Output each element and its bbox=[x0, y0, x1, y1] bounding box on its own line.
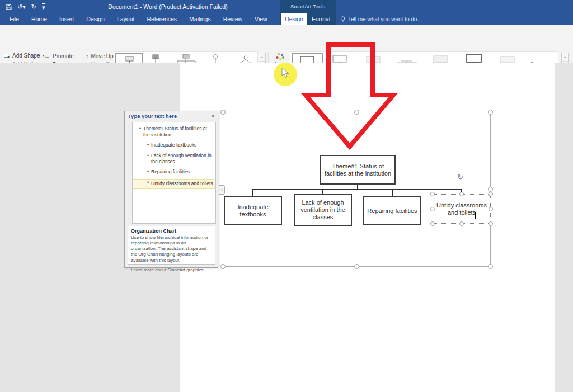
list-item[interactable]: •Repairing facilities bbox=[133, 169, 215, 175]
undo-button[interactable]: ↺▾ bbox=[17, 4, 26, 10]
selection-handle[interactable] bbox=[354, 264, 359, 269]
tab-layout[interactable]: Layout bbox=[111, 13, 141, 25]
redo-button[interactable]: ↻ bbox=[31, 4, 36, 10]
word-window: ↺▾ ↻ ▾ Document1 - Word (Product Activat… bbox=[0, 0, 573, 392]
selection-handle[interactable] bbox=[354, 110, 359, 115]
shape-handle[interactable] bbox=[489, 192, 493, 196]
text-pane-toggle-tab[interactable]: › bbox=[219, 185, 225, 195]
promote-icon: ← bbox=[44, 53, 50, 59]
selection-handle[interactable] bbox=[488, 264, 493, 269]
org-box-child-2[interactable]: Lack of enough ventilation in the classe… bbox=[294, 194, 352, 226]
add-shape-button[interactable]: Add Shape▾ bbox=[2, 52, 46, 59]
tab-design[interactable]: Design bbox=[80, 13, 111, 25]
tab-review[interactable]: Review bbox=[217, 13, 248, 25]
tab-smartart-format[interactable]: Format bbox=[308, 13, 335, 25]
learn-more-link[interactable]: Learn more about SmartArt graphics bbox=[131, 267, 203, 272]
org-box-child-3[interactable]: Repairing facilities bbox=[363, 196, 421, 225]
ribbon: Add Shape▾ Add Bullet Text Pane ← Promot… bbox=[0, 25, 573, 63]
document-canvas: › Theme#1 Status of facilities at the in… bbox=[0, 63, 573, 392]
org-box-child-4-selected[interactable]: Untidy classrooms and toilets bbox=[433, 194, 491, 224]
document-title: Document1 - Word (Product Activation Fai… bbox=[84, 0, 252, 13]
list-item-selected[interactable]: •Untidy classrooms and toilets bbox=[133, 179, 215, 188]
gallery-up-icon[interactable]: ▴ bbox=[259, 53, 265, 62]
cursor-icon bbox=[281, 68, 290, 79]
layout-info-title: Organization Chart bbox=[131, 228, 212, 234]
promote-button[interactable]: ← Promote bbox=[43, 52, 76, 60]
shape-handle[interactable] bbox=[430, 192, 435, 196]
shape-handle[interactable] bbox=[430, 221, 435, 226]
tab-view[interactable]: View bbox=[248, 13, 274, 25]
close-icon[interactable]: × bbox=[212, 112, 215, 119]
list-item[interactable]: •Inadequate textbooks bbox=[133, 142, 215, 148]
list-item[interactable]: •Theme#1 Status of facilities at the ins… bbox=[133, 126, 215, 138]
title-bar: ↺▾ ↻ ▾ Document1 - Word (Product Activat… bbox=[0, 0, 573, 13]
save-icon[interactable] bbox=[6, 4, 12, 10]
connector-line bbox=[252, 190, 253, 196]
tab-file[interactable]: File bbox=[3, 13, 25, 25]
lightbulb-icon bbox=[340, 16, 345, 23]
rotate-handle-icon[interactable]: ↻ bbox=[457, 173, 463, 181]
selection-handle[interactable] bbox=[488, 187, 493, 192]
org-box-root[interactable]: Theme#1 Status of facilities at the inst… bbox=[320, 155, 396, 185]
shape-handle[interactable] bbox=[489, 207, 493, 211]
shape-handle[interactable] bbox=[459, 221, 464, 226]
selection-handle[interactable] bbox=[220, 264, 226, 269]
text-pane-header: Type your text here × bbox=[125, 111, 218, 121]
shape-handle[interactable] bbox=[430, 207, 435, 211]
tab-insert[interactable]: Insert bbox=[53, 13, 80, 25]
shape-handle[interactable] bbox=[489, 221, 493, 226]
smartart-text-pane: Type your text here × •Theme#1 Status of… bbox=[124, 111, 218, 268]
text-pane-title: Type your text here bbox=[128, 113, 177, 119]
text-cursor bbox=[475, 212, 476, 219]
quick-access-toolbar: ↺▾ ↻ ▾ bbox=[6, 0, 45, 13]
tab-references[interactable]: References bbox=[140, 13, 183, 25]
smartart-tools-header: SmartArt Tools bbox=[280, 0, 336, 13]
move-up-icon: ↑ bbox=[86, 53, 89, 59]
connector-line bbox=[252, 189, 462, 190]
text-pane-list: •Theme#1 Status of facilities at the ins… bbox=[132, 122, 216, 224]
shape-handle[interactable] bbox=[459, 192, 464, 196]
add-shape-icon bbox=[4, 53, 10, 59]
tab-home[interactable]: Home bbox=[25, 13, 53, 25]
move-up-button[interactable]: ↑ Move Up bbox=[84, 52, 115, 60]
org-box-child-1[interactable]: Inadequate textbooks bbox=[224, 196, 282, 225]
layout-info-panel: Organization Chart Use to show hierarchi… bbox=[128, 226, 215, 265]
change-colors-icon bbox=[275, 53, 285, 61]
connector-line bbox=[392, 190, 393, 196]
tab-smartart-design[interactable]: Design bbox=[281, 13, 307, 25]
customize-qat-button[interactable]: ▾ bbox=[42, 3, 45, 11]
layout-info-description: Use to show hierarchical information or … bbox=[131, 235, 212, 263]
selection-handle[interactable] bbox=[488, 110, 493, 115]
tab-mailings[interactable]: Mailings bbox=[183, 13, 217, 25]
selection-handle[interactable] bbox=[220, 110, 226, 115]
ribbon-tab-row: File Home Insert Design Layout Reference… bbox=[0, 13, 573, 25]
click-highlight bbox=[274, 63, 297, 86]
gallery-up-icon[interactable]: ▴ bbox=[562, 53, 568, 62]
tell-me-box[interactable]: Tell me what you want to do... bbox=[340, 13, 422, 25]
list-item[interactable]: •Lack of enough ventilation in the class… bbox=[133, 153, 215, 165]
